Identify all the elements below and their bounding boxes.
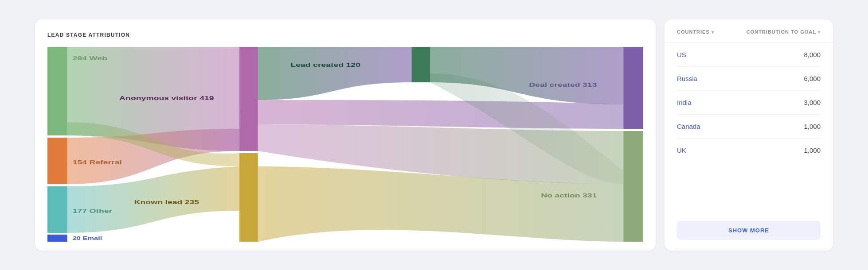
sankey-svg: 294 Web 154 Referral 177 Other 20 Email xyxy=(47,47,643,242)
country-value-0: 8,000 xyxy=(804,51,821,58)
country-row: Canada 1,000 xyxy=(677,115,821,139)
country-row: US 8,000 xyxy=(677,43,821,67)
countries-panel: COUNTRIES ▾ CONTRIBUTION TO GOAL ▾ US 8,… xyxy=(665,19,833,251)
left-panel-title: LEAD STAGE ATTRIBUTION xyxy=(47,32,643,38)
contribution-chevron-icon: ▾ xyxy=(818,30,821,35)
mid-known xyxy=(239,153,258,242)
country-name-0[interactable]: US xyxy=(677,51,686,58)
country-value-2: 3,000 xyxy=(804,99,821,106)
country-name-4[interactable]: UK xyxy=(677,147,686,154)
anon-label: Anonymous visitor 419 xyxy=(119,95,214,101)
country-row: India 3,000 xyxy=(677,91,821,115)
countries-chevron-icon: ▾ xyxy=(712,30,714,35)
mid-lead xyxy=(411,47,430,82)
sankey-chart: 294 Web 154 Referral 177 Other 20 Email xyxy=(47,47,643,242)
source-email-label: 20 Email xyxy=(73,235,102,241)
mid-anon xyxy=(239,47,258,151)
right-panel-header: COUNTRIES ▾ CONTRIBUTION TO GOAL ▾ xyxy=(665,19,833,43)
source-other xyxy=(47,186,67,233)
country-name-2[interactable]: India xyxy=(677,99,692,106)
flow-anon-deal xyxy=(258,100,623,129)
show-more-button[interactable]: SHOW MORE xyxy=(677,221,821,240)
contribution-col-label: CONTRIBUTION TO GOAL xyxy=(747,29,816,35)
countries-col-label: COUNTRIES xyxy=(677,29,710,35)
country-value-4: 1,000 xyxy=(804,147,821,154)
country-row: UK 1,000 xyxy=(677,139,821,162)
target-deal xyxy=(623,47,643,129)
country-name-3[interactable]: Canada xyxy=(677,123,700,130)
contribution-col-header[interactable]: CONTRIBUTION TO GOAL ▾ xyxy=(747,29,821,35)
country-value-3: 1,000 xyxy=(804,123,821,130)
source-web xyxy=(47,47,67,135)
lead-stage-panel: LEAD STAGE ATTRIBUTION xyxy=(35,19,656,251)
flow-anon-lead xyxy=(258,47,411,100)
target-noaction xyxy=(623,131,643,242)
dashboard-container: LEAD STAGE ATTRIBUTION xyxy=(35,19,833,251)
country-name-1[interactable]: Russia xyxy=(677,75,697,82)
country-value-1: 6,000 xyxy=(804,75,821,82)
known-label: Known lead 235 xyxy=(134,199,199,205)
country-list: US 8,000 Russia 6,000 India 3,000 Canada… xyxy=(665,43,833,221)
country-row: Russia 6,000 xyxy=(677,67,821,91)
lead-label: Lead created 120 xyxy=(290,62,360,68)
source-email xyxy=(47,235,67,242)
source-referral xyxy=(47,138,67,184)
countries-col-header[interactable]: COUNTRIES ▾ xyxy=(677,29,714,35)
